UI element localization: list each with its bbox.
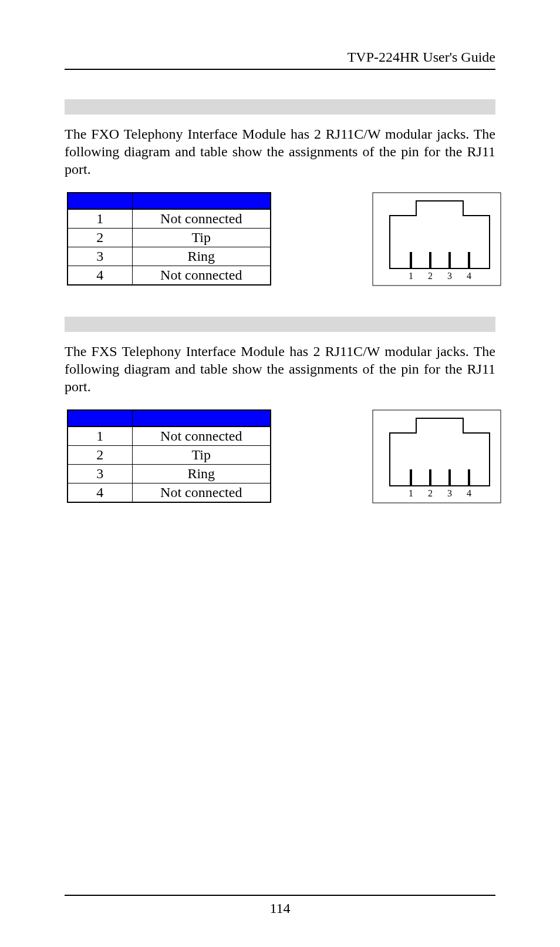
table-header-cell [132,193,271,209]
section-paragraph: The FXO Telephony Interface Module has 2… [65,125,495,178]
pin-number-cell: 4 [68,483,132,503]
pin-desc-cell: Tip [132,446,271,465]
pin-desc-cell: Tip [132,229,271,247]
table-row: 4 Not connected [68,266,271,286]
pin-number-cell: 3 [68,465,132,483]
document-page: TVP-224HR User's Guide The FXO Telephony… [0,0,560,947]
table-row: 1 Not connected [68,209,271,229]
pin-number-cell: 2 [68,446,132,465]
pin-desc-cell: Ring [132,465,271,483]
table-row: 3 Ring [68,465,271,483]
section-paragraph: The FXS Telephony Interface Module has 2… [65,342,495,395]
pin-label: 1 [409,271,413,281]
page-header-title: TVP-224HR User's Guide [65,49,495,65]
pin-assignment-table: 1 Not connected 2 Tip 3 Ring 4 Not conne… [67,409,271,503]
table-row: 2 Tip [68,446,271,465]
header-rule [65,69,495,70]
pin-desc-cell: Not connected [132,209,271,229]
pin-number-cell: 2 [68,229,132,247]
table-header-cell [68,193,132,209]
svg-rect-6 [373,410,501,503]
table-header-cell [132,410,271,427]
page-number: 114 [65,901,495,916]
rj11-jack-icon: 1 2 3 4 [372,409,501,503]
pin-desc-cell: Not connected [132,483,271,503]
table-row: 1 Not connected [68,427,271,446]
pin-desc-cell: Not connected [132,266,271,286]
pin-label: 4 [467,271,471,281]
pin-number-cell: 1 [68,209,132,229]
pin-desc-cell: Ring [132,247,271,266]
pin-label: 4 [467,488,471,498]
table-row: 2 Tip [68,229,271,247]
pin-label: 2 [428,488,433,498]
table-row: 3 Ring [68,247,271,266]
table-row: 4 Not connected [68,483,271,503]
footer-rule [65,895,495,896]
page-footer: 114 [65,895,495,916]
section-banner [65,99,495,115]
section-banner [65,317,495,332]
pin-label: 3 [447,488,452,498]
rj11-jack-icon: 1 2 3 4 [372,192,501,286]
svg-rect-0 [373,193,501,286]
pin-label: 2 [428,271,433,281]
table-header-row [68,193,271,209]
pin-number-cell: 4 [68,266,132,286]
pin-number-cell: 1 [68,427,132,446]
table-header-cell [68,410,132,427]
pin-desc-cell: Not connected [132,427,271,446]
pin-assignment-table: 1 Not connected 2 Tip 3 Ring 4 Not conne… [67,192,271,286]
section-content-block: 1 Not connected 2 Tip 3 Ring 4 Not conne… [65,409,495,509]
section-content-block: 1 Not connected 2 Tip 3 Ring 4 Not conne… [65,192,495,292]
pin-number-cell: 3 [68,247,132,266]
pin-label: 3 [447,271,452,281]
table-header-row [68,410,271,427]
pin-label: 1 [409,488,413,498]
